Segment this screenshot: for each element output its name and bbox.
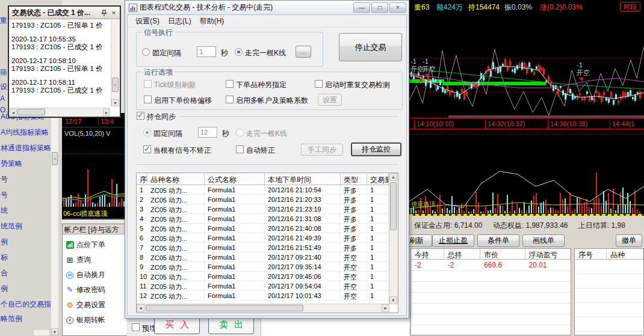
symbol-override-checkbox[interactable] — [226, 80, 234, 88]
account-menu-1[interactable]: 点价下单 — [66, 240, 105, 250]
positions-col-header[interactable]: 市价 — [480, 249, 525, 259]
preset-order-checkbox[interactable] — [132, 323, 140, 331]
trade-log: 179193 : ZC105 - 已报单 1 价2020-12-17 10:55… — [10, 20, 110, 106]
signal-cell: 3 — [137, 204, 147, 213]
signal-scroll-down-icon[interactable]: ▼ — [389, 296, 397, 304]
action-button-4[interactable]: 画线单 — [522, 234, 565, 247]
signal-table-vscrollbar[interactable]: ▲ ▼ — [389, 173, 398, 304]
maximize-icon[interactable]: □ — [371, 2, 388, 13]
signal-table-row[interactable]: 3ZC05 动力...Formula120/12/16 21:23:19开多1 — [137, 204, 398, 214]
signal-col-header[interactable]: 类型 — [341, 173, 367, 185]
signal-table-hthumb[interactable] — [146, 305, 303, 311]
signal-table-row[interactable]: 6ZC05 动力...Formula120/12/16 21:49:39开多1 — [137, 233, 398, 243]
positions-col-header[interactable]: 总持 — [444, 249, 481, 259]
trade-log-vthumb[interactable]: ≡ — [112, 78, 119, 92]
price-offset-checkbox[interactable] — [144, 96, 152, 103]
positions-row[interactable]: -2-2669.620.01 — [411, 260, 571, 271]
auto-fix-checkbox[interactable] — [236, 145, 244, 153]
stop-trading-button[interactable]: 停止交易 — [339, 33, 402, 61]
action-button-2[interactable]: 止损止盈 — [432, 234, 474, 247]
sync-fixed-interval-radio[interactable] — [143, 129, 151, 136]
signal-table-row[interactable]: 7ZC05 动力...Formula120/12/16 21:51:49开多1 — [137, 243, 398, 252]
signal-table-header[interactable]: 序品种名称公式名称本地下单时间类型交易量 — [137, 173, 398, 185]
signal-col-header[interactable]: 本地下单时间 — [265, 173, 341, 185]
bar-close-radio[interactable] — [235, 48, 243, 56]
signal-table-row[interactable]: 9ZC05 动力...Formula120/12/17 09:35:14开空1 — [137, 262, 398, 272]
action-button-5[interactable]: 撤单 — [616, 234, 642, 247]
no-fix-checkbox[interactable] — [143, 145, 151, 153]
signal-table-row[interactable]: 12ZC05 动力...Formula120/12/17 10:01:43开空1 — [137, 291, 398, 301]
manual-sync-button[interactable]: 手工同步 — [301, 144, 343, 156]
trade-log-vscrollbar[interactable]: ≡ ▼ — [111, 20, 119, 106]
orders-col-header[interactable]: 品种 — [607, 249, 643, 259]
positions-col-header[interactable]: 今持 — [411, 249, 444, 259]
signal-table-row[interactable]: 4ZC05 动力...Formula120/12/16 21:31:08开多1 — [137, 214, 398, 224]
menu-item[interactable]: 日志(L) — [164, 15, 196, 28]
session-button[interactable]: 时段 — [620, 2, 640, 11]
signal-cell: Formula1 — [205, 204, 265, 213]
ellipsis-button[interactable]: ... — [296, 46, 311, 58]
signal-table-vthumb[interactable] — [390, 182, 397, 230]
sidebar-hscroll-fragment[interactable] — [33, 329, 50, 336]
interval-input[interactable]: 1 — [197, 46, 216, 57]
trade-log-scroll-left-icon[interactable]: ◄ — [10, 109, 17, 116]
signal-col-header[interactable]: 交易量 — [367, 173, 389, 185]
signal-cell: 11 — [137, 281, 147, 290]
tick-refresh-checkbox[interactable] — [144, 80, 152, 88]
close-icon[interactable]: × — [109, 8, 119, 17]
sync-interval-input[interactable]: 12 — [198, 127, 217, 138]
signal-table-row[interactable]: 2ZC05 动力...Formula120/12/16 21:20:33开多1 — [137, 195, 398, 204]
dup-check-checkbox[interactable] — [315, 80, 323, 88]
orders-col-header[interactable]: 序号 — [575, 249, 607, 259]
multi-account-checkbox[interactable] — [226, 96, 234, 103]
menu-item[interactable]: 设置(S) — [131, 15, 164, 28]
position-monitor-button[interactable]: 持仓监控 — [351, 142, 401, 156]
sidebar-scroll-down-icon[interactable]: ▼ — [51, 328, 58, 335]
pin-icon[interactable] — [99, 8, 109, 17]
signal-scroll-right-icon[interactable]: ► — [382, 304, 389, 312]
signal-col-header[interactable]: 公式名称 — [205, 173, 265, 185]
dialog-close-icon[interactable]: × — [389, 2, 406, 13]
signal-value-label: -1 — [410, 58, 416, 65]
signal-col-header[interactable]: 序 — [137, 173, 147, 185]
positions-table-header[interactable]: 今持总持市价浮动盈亏 — [411, 249, 571, 260]
signal-table-row[interactable]: 8ZC05 动力...Formula120/12/17 09:21:40开空1 — [137, 252, 398, 262]
cci-indicator-label[interactable]: 06-cci捞底逃顶 — [63, 209, 128, 219]
account-panel-title[interactable]: 帐户栏 [诗与远方 — [63, 224, 129, 234]
account-menu-5[interactable]: ⚙交易设置 — [66, 300, 105, 310]
sync-bar-close-radio[interactable] — [236, 129, 244, 136]
account-menu-3[interactable]: ⇄自动换月 — [66, 270, 105, 280]
menu-item[interactable]: 帮助(H) — [196, 15, 229, 28]
signal-table-row[interactable]: 11ZC05 动力...Formula120/12/17 09:54:04开空1 — [137, 281, 398, 291]
account-menu-2[interactable]: ⊞查询 — [66, 255, 91, 265]
trade-log-hthumb[interactable] — [17, 109, 45, 115]
minimize-icon[interactable]: — — [353, 2, 370, 13]
dialog-titlebar[interactable]: 图表程式化交易 - 技术分析 - 交易中(走完) — □ × — [125, 1, 409, 14]
signal-table-row[interactable]: 10ZC05 动力...Formula120/12/17 09:45:06开空1 — [137, 272, 398, 281]
sidebar-scrollbar-thumb[interactable]: ≡ — [52, 152, 58, 165]
account-menu-6[interactable]: ¥银期转帐 — [66, 315, 105, 325]
multi-settings-button[interactable]: 设置 — [318, 94, 342, 106]
trade-log-hscrollbar[interactable]: ◄ ► — [10, 108, 110, 116]
fixed-interval-radio[interactable] — [142, 48, 150, 56]
orders-table-header[interactable]: 序号品种 — [575, 249, 643, 260]
positions-table[interactable]: 今持总持市价浮动盈亏-2-2669.620.01 — [410, 248, 571, 335]
signal-cell: ZC05 动力... — [147, 214, 205, 223]
signal-table-row[interactable]: 1ZC05 动力...Formula120/12/16 21:10:54开多1 — [137, 185, 398, 195]
account-menu-4[interactable]: ✎修改密码 — [66, 285, 105, 295]
trade-status-titlebar[interactable]: 交易状态 - 已成交 1 价... × — [9, 7, 120, 19]
signal-scroll-up-icon[interactable]: ▲ — [389, 173, 397, 181]
sidebar-scrollbar[interactable]: ≡ ▼ — [51, 112, 59, 336]
sell-signal-triangle-icon — [413, 74, 418, 78]
positions-col-header[interactable]: 浮动盈亏 — [525, 249, 571, 259]
signal-table-hscrollbar[interactable]: ◄ ► — [137, 304, 389, 313]
signal-scroll-left-icon[interactable]: ◄ — [137, 304, 144, 312]
trade-log-scroll-down-icon[interactable]: ▼ — [111, 99, 119, 106]
trade-log-scroll-right-icon[interactable]: ► — [103, 109, 110, 116]
signal-col-header[interactable]: 品种名称 — [147, 173, 205, 185]
signal-table[interactable]: 序品种名称公式名称本地下单时间类型交易量 1ZC05 动力...Formula1… — [136, 173, 398, 313]
signal-table-row[interactable]: 5ZC05 动力...Formula120/12/16 21:40:08开多1 — [137, 224, 398, 233]
action-button-3[interactable]: 条件单 — [477, 234, 519, 247]
orders-table[interactable]: 序号品种 — [574, 248, 644, 335]
position-sync-checkbox[interactable] — [137, 112, 144, 120]
